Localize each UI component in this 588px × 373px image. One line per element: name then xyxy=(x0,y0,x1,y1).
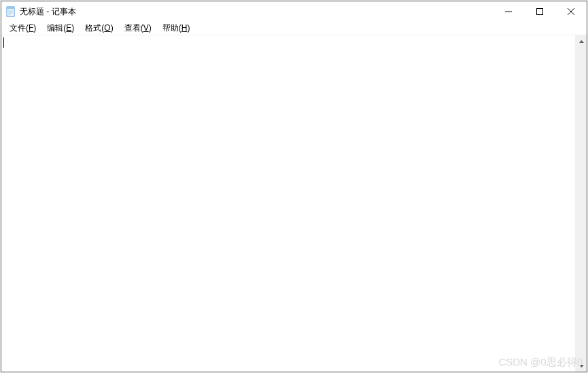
svg-rect-7 xyxy=(537,9,543,15)
close-button[interactable] xyxy=(555,1,587,22)
menu-format[interactable]: 格式(O) xyxy=(80,21,118,35)
chevron-up-icon xyxy=(579,40,584,43)
app-window: 无标题 - 记事本 文件(F) xyxy=(1,1,587,372)
text-cursor xyxy=(3,37,4,48)
svg-rect-1 xyxy=(7,7,14,9)
text-editor[interactable] xyxy=(1,35,132,63)
maximize-icon xyxy=(536,8,543,15)
minimize-icon xyxy=(505,8,512,15)
menu-edit[interactable]: 编辑(E) xyxy=(41,21,80,35)
chevron-down-icon xyxy=(579,365,584,368)
menu-view[interactable]: 查看(V) xyxy=(119,21,157,35)
window-controls xyxy=(493,1,587,22)
menu-help[interactable]: 帮助(H) xyxy=(157,21,196,35)
vertical-scrollbar[interactable] xyxy=(575,35,587,372)
menu-file[interactable]: 文件(F) xyxy=(4,21,41,35)
content-area xyxy=(1,35,587,372)
maximize-button[interactable] xyxy=(524,1,555,22)
notepad-icon xyxy=(5,6,16,17)
minimize-button[interactable] xyxy=(493,1,524,22)
titlebar[interactable]: 无标题 - 记事本 xyxy=(1,1,587,22)
close-icon xyxy=(568,8,574,15)
scroll-up-button[interactable] xyxy=(576,35,587,47)
editor-wrapper xyxy=(1,35,575,372)
scroll-down-button[interactable] xyxy=(576,360,587,372)
window-title: 无标题 - 记事本 xyxy=(20,6,493,18)
menubar: 文件(F) 编辑(E) 格式(O) 查看(V) 帮助(H) xyxy=(1,22,587,35)
scroll-track[interactable] xyxy=(576,47,587,360)
